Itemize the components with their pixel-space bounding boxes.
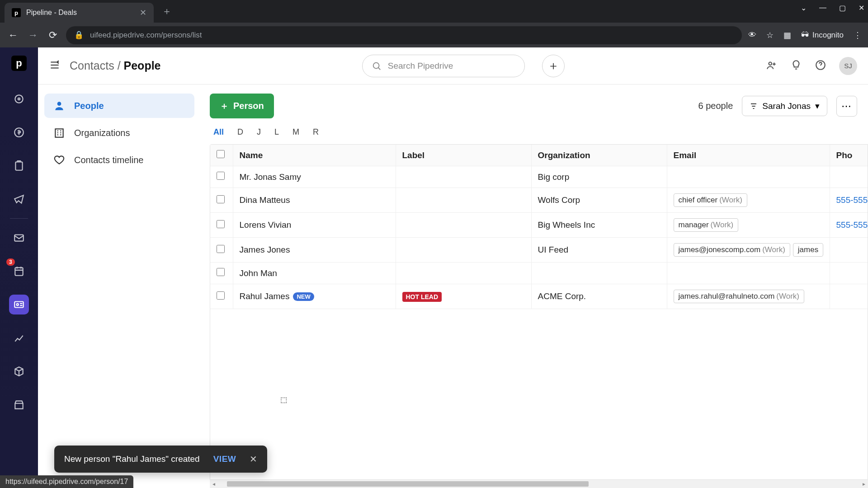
app-logo[interactable]: p <box>11 56 27 71</box>
help-icon[interactable] <box>815 59 826 73</box>
rail-contacts[interactable] <box>9 295 29 314</box>
rail-campaigns[interactable] <box>9 189 29 209</box>
select-all-checkbox[interactable] <box>217 150 225 158</box>
sidebar-item-organizations[interactable]: Organizations <box>44 121 194 145</box>
toast-close-icon[interactable]: ✕ <box>250 454 257 465</box>
cell-organization[interactable]: Big Wheels Inc <box>531 213 667 238</box>
chevron-down-icon[interactable]: ⌄ <box>801 4 807 12</box>
alpha-tab[interactable]: D <box>237 127 243 137</box>
col-email-header[interactable]: Email <box>667 145 830 166</box>
close-window-icon[interactable]: ✕ <box>859 4 864 12</box>
maximize-icon[interactable]: ▢ <box>839 4 846 12</box>
sidebar-item-timeline[interactable]: Contacts timeline <box>44 148 194 172</box>
rail-activities[interactable] <box>9 156 29 176</box>
extensions-icon[interactable]: ▦ <box>783 30 791 40</box>
email-chip[interactable]: james <box>793 243 823 257</box>
rail-focus[interactable] <box>9 89 29 109</box>
row-checkbox[interactable] <box>217 291 225 300</box>
minimize-icon[interactable]: — <box>819 4 826 12</box>
cell-phone[interactable] <box>830 284 868 309</box>
people-table-wrap: Name Label Organization Email Pho⚙ Mr. J… <box>210 144 868 480</box>
cell-name[interactable]: Lorens Vivian <box>233 213 396 238</box>
cell-phone[interactable]: 555-555-0 <box>830 188 868 213</box>
cell-organization[interactable] <box>531 263 667 284</box>
cell-phone[interactable] <box>830 238 868 263</box>
rail-marketplace[interactable] <box>9 395 29 415</box>
rail-insights[interactable] <box>9 328 29 348</box>
sidebar-item-people[interactable]: People <box>44 94 194 118</box>
alpha-tab-all[interactable]: All <box>213 127 224 137</box>
cell-organization[interactable]: Big corp <box>531 166 667 188</box>
new-tab-button[interactable]: ＋ <box>162 5 172 18</box>
table-row[interactable]: John Man <box>210 263 868 284</box>
quick-add-button[interactable]: ＋ <box>542 55 565 77</box>
toast-view-button[interactable]: VIEW <box>213 454 236 464</box>
rail-mail[interactable] <box>9 228 29 248</box>
col-label-header[interactable]: Label <box>396 145 531 166</box>
back-button[interactable]: ← <box>6 29 20 41</box>
eye-off-icon[interactable]: 👁 <box>748 30 756 40</box>
more-actions-button[interactable]: ⋯ <box>836 96 857 117</box>
table-row[interactable]: Mr. Jonas SamyBig corp <box>210 166 868 188</box>
row-checkbox[interactable] <box>217 245 225 253</box>
invite-users-icon[interactable] <box>766 59 778 73</box>
col-phone-header[interactable]: Pho⚙ <box>830 145 868 166</box>
browser-tab[interactable]: p Pipeline - Deals ✕ <box>5 3 154 23</box>
cell-email: james@jonescomp.com (Work)james <box>667 238 830 263</box>
table-row[interactable]: Dina MatteusWolfs Corpchief officer (Wor… <box>210 188 868 213</box>
rail-calendar[interactable]: 3 <box>9 261 29 281</box>
horizontal-scrollbar[interactable]: ◂ ▸ <box>210 480 868 488</box>
assistant-icon[interactable] <box>790 59 802 73</box>
search-input[interactable]: Search Pipedrive <box>362 55 525 77</box>
cell-name[interactable]: Rahul JamesNEW <box>233 284 396 309</box>
cell-organization[interactable]: UI Feed <box>531 238 667 263</box>
add-person-button[interactable]: ＋ Person <box>210 94 274 118</box>
table-row[interactable]: Rahul JamesNEWHOT LEADACME Corp.james.ra… <box>210 284 868 309</box>
table-row[interactable]: Lorens VivianBig Wheels Incmanager (Work… <box>210 213 868 238</box>
select-all-header[interactable] <box>210 145 233 166</box>
col-name-header[interactable]: Name <box>233 145 396 166</box>
email-chip[interactable]: james.rahul@rahulneto.com (Work) <box>674 290 805 303</box>
collapse-sidebar-icon[interactable] <box>49 59 61 73</box>
breadcrumb-parent[interactable]: Contacts <box>70 59 114 72</box>
cell-phone[interactable] <box>830 263 868 284</box>
cell-name[interactable]: James Jones <box>233 238 396 263</box>
cell-phone[interactable]: 555-555-0 <box>830 213 868 238</box>
close-tab-icon[interactable]: ✕ <box>140 8 146 18</box>
scroll-left-icon[interactable]: ◂ <box>210 481 218 487</box>
alpha-tab[interactable]: L <box>274 127 279 137</box>
reload-button[interactable]: ⟳ <box>46 29 60 41</box>
row-checkbox[interactable] <box>217 268 225 276</box>
row-checkbox[interactable] <box>217 195 225 203</box>
row-checkbox[interactable] <box>217 172 225 180</box>
star-icon[interactable]: ☆ <box>766 30 774 40</box>
avatar[interactable]: SJ <box>839 57 857 75</box>
scrollbar-thumb[interactable] <box>227 481 589 487</box>
table-row[interactable]: James JonesUI Feedjames@jonescomp.com (W… <box>210 238 868 263</box>
alpha-tab[interactable]: J <box>257 127 261 137</box>
cell-name[interactable]: Mr. Jonas Samy <box>233 166 396 188</box>
alpha-tab[interactable]: M <box>292 127 299 137</box>
row-checkbox[interactable] <box>217 220 225 228</box>
email-chip[interactable]: chief officer (Work) <box>674 193 747 207</box>
cell-organization[interactable]: Wolfs Corp <box>531 188 667 213</box>
cell-name[interactable]: Dina Matteus <box>233 188 396 213</box>
phone-link[interactable]: 555-555-0 <box>836 220 868 230</box>
url-box[interactable]: 🔒 uifeed.pipedrive.com/persons/list <box>66 26 742 44</box>
phone-link[interactable]: 555-555-0 <box>836 195 868 205</box>
cell-email <box>667 263 830 284</box>
col-org-header[interactable]: Organization <box>531 145 667 166</box>
table-header-row: Name Label Organization Email Pho⚙ <box>210 145 868 166</box>
email-chip[interactable]: james@jonescomp.com (Work) <box>674 243 790 257</box>
cell-phone[interactable] <box>830 166 868 188</box>
owner-filter[interactable]: Sarah Jonas ▾ <box>742 96 827 116</box>
alpha-tab[interactable]: R <box>313 127 319 137</box>
cell-name[interactable]: John Man <box>233 263 396 284</box>
kebab-menu-icon[interactable]: ⋮ <box>854 30 862 40</box>
cell-organization[interactable]: ACME Corp. <box>531 284 667 309</box>
forward-button[interactable]: → <box>26 29 40 41</box>
scroll-right-icon[interactable]: ▸ <box>860 481 868 487</box>
rail-products[interactable] <box>9 361 29 381</box>
email-chip[interactable]: manager (Work) <box>674 218 739 232</box>
rail-deals[interactable] <box>9 122 29 142</box>
